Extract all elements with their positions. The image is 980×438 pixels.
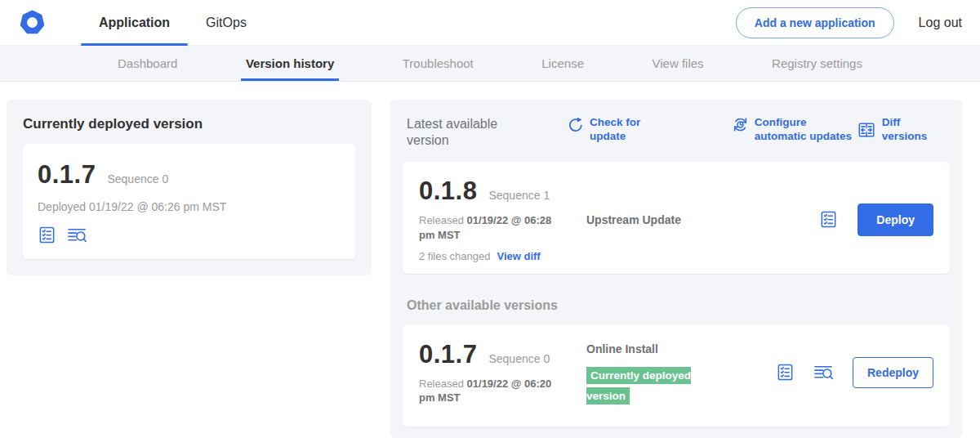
install-type-label: Online Install [586,342,717,355]
diff-versions-label: Diff versions [882,116,946,144]
currently-deployed-panel: Currently deployed version 0.1.7 Sequenc… [7,100,372,275]
subnav-tab-view-files[interactable]: View files [647,46,708,81]
add-new-application-button[interactable]: Add a new application [736,7,894,38]
version-history-page: Currently deployed version 0.1.7 Sequenc… [0,82,980,438]
app-sub-nav: Dashboard Version history Troubleshoot L… [0,46,980,82]
deployed-version-card: 0.1.7 Sequence 0 Deployed 01/19/22 @ 06:… [23,144,355,259]
check-for-update-link[interactable]: Check for update [567,116,676,144]
available-versions-panel: Latest available version Check for updat… [390,100,962,438]
subnav-tab-registry-settings[interactable]: Registry settings [767,46,867,81]
latest-released-timestamp: Released 01/19/22 @ 06:28 pm MST [419,213,566,242]
app-logo[interactable] [20,0,45,45]
checklist-icon[interactable] [776,363,795,382]
logout-link[interactable]: Log out [919,16,962,30]
currently-deployed-title: Currently deployed version [23,116,355,132]
diff-versions-link[interactable]: Diff versions [857,116,946,144]
refresh-arrow-icon [567,116,584,133]
configure-automatic-updates-label: Configure automatic updates [755,116,857,144]
view-diff-link[interactable]: View diff [497,250,540,262]
check-for-update-label: Check for update [590,116,676,144]
currently-deployed-badge: Currently deployed version [586,367,691,404]
subnav-tab-troubleshoot[interactable]: Troubleshoot [398,46,479,81]
tab-application[interactable]: Application [81,0,188,45]
redeploy-button[interactable]: Redeploy [853,357,933,388]
logs-search-icon[interactable] [813,363,835,382]
deploy-button[interactable]: Deploy [858,203,933,236]
files-changed-line: 2 files changedView diff [419,250,586,262]
latest-available-title: Latest available version [407,116,508,149]
tab-gitops[interactable]: GitOps [188,0,265,45]
latest-version-card: 0.1.8 Sequence 1 Released 01/19/22 @ 06:… [403,162,950,274]
deployed-version-number: 0.1.7 [38,160,96,190]
auto-update-clock-icon [732,116,749,133]
other-sequence-label: Sequence 0 [488,352,550,365]
other-versions-heading: Other available versions [407,298,946,313]
checklist-icon[interactable] [819,210,838,229]
diff-table-icon [857,121,876,139]
other-version-card: 0.1.7 Sequence 0 Released 01/19/22 @ 06:… [403,324,950,427]
heptagon-ring-logo-icon [20,10,45,35]
primary-tabs: Application GitOps [81,0,265,45]
version-source-label: Upstream Update [586,213,681,226]
checklist-icon[interactable] [38,226,56,244]
deployed-timestamp: Deployed 01/19/22 @ 06:26 pm MST [38,200,341,213]
configure-automatic-updates-link[interactable]: Configure automatic updates [732,116,857,144]
subnav-tab-license[interactable]: License [537,46,589,81]
subnav-tab-version-history[interactable]: Version history [241,46,339,81]
top-nav: Application GitOps Add a new application… [0,0,980,46]
deployed-sequence-label: Sequence 0 [107,172,168,185]
subnav-tab-dashboard[interactable]: Dashboard [113,46,182,81]
other-released-timestamp: Released 01/19/22 @ 06:20 pm MST [419,377,566,405]
latest-sequence-label: Sequence 1 [488,189,550,202]
latest-version-number: 0.1.8 [419,177,477,206]
other-version-number: 0.1.7 [419,340,477,369]
logs-search-icon[interactable] [66,226,88,244]
